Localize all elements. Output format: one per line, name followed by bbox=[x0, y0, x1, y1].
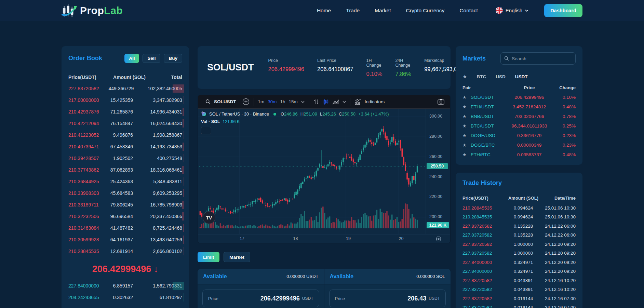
nav-item-contact[interactable]: Contact bbox=[459, 8, 478, 14]
interval-15m[interactable]: 15m bbox=[289, 99, 298, 104]
order-book-row[interactable]: 210.4293787671.26587614,996.434031 bbox=[68, 106, 182, 118]
compare-add-icon[interactable] bbox=[242, 98, 250, 105]
star-icon[interactable]: ★ bbox=[462, 152, 471, 157]
candles-style-icon[interactable] bbox=[323, 99, 329, 105]
tradingview-logo[interactable]: TV bbox=[203, 211, 215, 224]
order-book-row[interactable]: 210.3684492525.4243635,348.483811 bbox=[68, 176, 182, 187]
time-axis[interactable]: 17181920 bbox=[198, 234, 450, 243]
interval-30m[interactable]: 30m bbox=[268, 99, 277, 104]
market-row[interactable]: ★BNB/USDT703.020677660.78% bbox=[462, 111, 576, 121]
depth-bar bbox=[184, 154, 184, 162]
buy-form: Available 0.000000 USDT Price 206.429994… bbox=[198, 269, 324, 308]
order-book-row[interactable]: 217.0000000015.4253593,347.302903 bbox=[68, 94, 182, 106]
star-icon[interactable]: ★ bbox=[462, 123, 471, 129]
order-book-row[interactable]: 210.394285071.902502400.275548 bbox=[68, 152, 182, 164]
depth-bar bbox=[173, 282, 184, 290]
search-input[interactable] bbox=[512, 56, 572, 61]
price-cell: 210.28845535 bbox=[462, 205, 507, 211]
market-filter-usdt[interactable]: USDT bbox=[515, 74, 528, 79]
market-row[interactable]: ★SOL/USDT206.429994960.10% bbox=[462, 92, 576, 102]
order-book-row[interactable]: 210.412230529.4968761,998.258867 bbox=[68, 129, 182, 141]
interval-1m[interactable]: 1m bbox=[258, 99, 265, 104]
tab-limit[interactable]: Limit bbox=[198, 252, 219, 262]
amount-cell: 79.806245 bbox=[109, 202, 145, 207]
proplab-logo[interactable]: PropLab bbox=[62, 3, 123, 18]
favorites-star-icon[interactable]: ★ bbox=[462, 73, 467, 80]
filter-sell-button[interactable]: Sell bbox=[143, 54, 160, 63]
trade-history-rows: 210.288455350.09462425.01.06 10:30210.28… bbox=[462, 203, 576, 308]
pair-cell: DOGE/BTC bbox=[471, 143, 504, 148]
market-row[interactable]: ★ETH/USDT3,452.716248120.48% bbox=[462, 102, 576, 111]
order-book-row[interactable]: 204.242436550.30263261.810297 bbox=[68, 292, 182, 303]
buy-price-input[interactable]: Price 206.42999496 USDT bbox=[202, 290, 319, 307]
price-axis[interactable]: 300.00280.00260.00240.00220.00200.00250.… bbox=[426, 109, 450, 234]
interval-chevron-icon[interactable] bbox=[301, 100, 305, 104]
time-cell: 24.12.16 07:00 bbox=[540, 296, 576, 301]
markets-headers: Pair Price Change bbox=[462, 85, 576, 90]
indicators-label[interactable]: Indicators bbox=[365, 99, 385, 104]
order-book-row[interactable]: 227.840000006.8591571,562.790331 bbox=[68, 280, 182, 292]
total-cell: 61.810297 bbox=[145, 295, 182, 300]
markets-search[interactable] bbox=[500, 52, 576, 65]
order-book-row[interactable]: 210.3318971179.80624516,785.798903 bbox=[68, 199, 182, 211]
star-icon[interactable]: ★ bbox=[462, 95, 471, 100]
market-filter-usd[interactable]: USD bbox=[496, 74, 506, 79]
axis-settings-icon[interactable] bbox=[436, 236, 441, 243]
order-book-row[interactable]: 210.3390830345.6845839,609.253295 bbox=[68, 187, 182, 199]
filter-all-button[interactable]: All bbox=[124, 54, 139, 63]
order-book-row[interactable]: 210.4073947167.45834614,193.734853 bbox=[68, 141, 182, 152]
nav-item-market[interactable]: Market bbox=[375, 8, 391, 14]
indicators-icon[interactable] bbox=[354, 99, 361, 105]
time-cell: 24.12.20 09:20 bbox=[540, 269, 576, 274]
star-icon[interactable]: ★ bbox=[462, 133, 471, 138]
star-icon[interactable]: ★ bbox=[462, 114, 471, 119]
sell-price-input[interactable]: Price 206.43 USDT bbox=[329, 290, 446, 307]
order-book-row[interactable]: 210.3774386287.06289318,316.068461 bbox=[68, 164, 182, 176]
order-book-row[interactable]: 227.83720582449.366729102,382.460005 bbox=[68, 83, 182, 94]
legend-title[interactable]: SOL / TetherUS · 30 · Binance bbox=[209, 111, 269, 117]
market-row[interactable]: ★DOGE/USD0.336167790.23% bbox=[462, 131, 576, 140]
order-book-row[interactable]: 210.3146308441.4874828,725.424468 bbox=[68, 222, 182, 234]
total-cell: 14,996.434031 bbox=[145, 109, 182, 115]
market-row[interactable]: ★DOGE/BTC0.000003490.23% bbox=[462, 140, 576, 150]
area-style-icon[interactable] bbox=[332, 99, 339, 105]
chart-plot-area: SOL / TetherUS · 30 · Binance O246.86 H2… bbox=[198, 109, 426, 234]
filter-buy-button[interactable]: Buy bbox=[164, 54, 182, 63]
order-book-row[interactable]: 210.2884553512.6819142,666.860102 bbox=[68, 245, 182, 257]
symbol-search-icon[interactable] bbox=[205, 99, 211, 104]
style-chevron-icon[interactable] bbox=[343, 100, 346, 104]
interval-1h[interactable]: 1h bbox=[280, 99, 285, 104]
dashboard-button[interactable]: Dashboard bbox=[544, 4, 582, 17]
star-icon[interactable]: ★ bbox=[462, 143, 471, 148]
nav-item-home[interactable]: Home bbox=[317, 8, 331, 14]
legend-collapse-button[interactable] bbox=[201, 127, 211, 134]
order-book-row[interactable]: 210.4221209476.15484716,024.664430 bbox=[68, 118, 182, 129]
screenshot-camera-icon[interactable] bbox=[437, 98, 447, 105]
market-row[interactable]: ★BTC/USDT96,344.018119330.25% bbox=[462, 121, 576, 131]
market-filter-btc[interactable]: BTC bbox=[477, 74, 486, 79]
amount-cell: 41.487482 bbox=[109, 225, 145, 231]
star-icon[interactable]: ★ bbox=[462, 104, 471, 109]
tab-market[interactable]: Market bbox=[224, 252, 250, 262]
nav-item-trade[interactable]: Trade bbox=[346, 8, 360, 14]
amount-cell: 0.019144 bbox=[507, 305, 540, 308]
order-book-row[interactable]: 210.3059992864.16193713,493.640259 bbox=[68, 234, 182, 245]
total-cell: 8,725.424468 bbox=[145, 225, 182, 231]
ticker-stat: 1H Change0.10% bbox=[366, 58, 383, 77]
order-book-row[interactable]: 210.3223250696.69658420,337.450366 bbox=[68, 211, 182, 222]
depth-bar bbox=[183, 108, 184, 116]
price-cell: 227.83720582 bbox=[462, 251, 507, 256]
bar-style-settings-icon[interactable] bbox=[313, 99, 319, 105]
amount-cell: 0.043891 bbox=[507, 278, 540, 283]
nav-item-crypto-currency[interactable]: Crypto Currency bbox=[406, 8, 445, 14]
chart-symbol[interactable]: SOLUSDT bbox=[214, 99, 236, 104]
amount-cell: 0.135228 bbox=[507, 232, 540, 238]
language-selector[interactable]: English bbox=[496, 7, 528, 14]
market-row[interactable]: ★ETH/BTC0.035837370.48% bbox=[462, 150, 576, 159]
pair-cell: DOGE/USD bbox=[471, 133, 504, 138]
markets-rows: ★SOL/USDT206.429994960.10%★ETH/USDT3,452… bbox=[462, 92, 576, 159]
price-cell: 210.30599928 bbox=[68, 237, 109, 242]
amount-cell: 71.265876 bbox=[109, 109, 145, 115]
stat-value: 206.64100867 bbox=[317, 66, 353, 72]
depth-bar bbox=[184, 131, 184, 139]
